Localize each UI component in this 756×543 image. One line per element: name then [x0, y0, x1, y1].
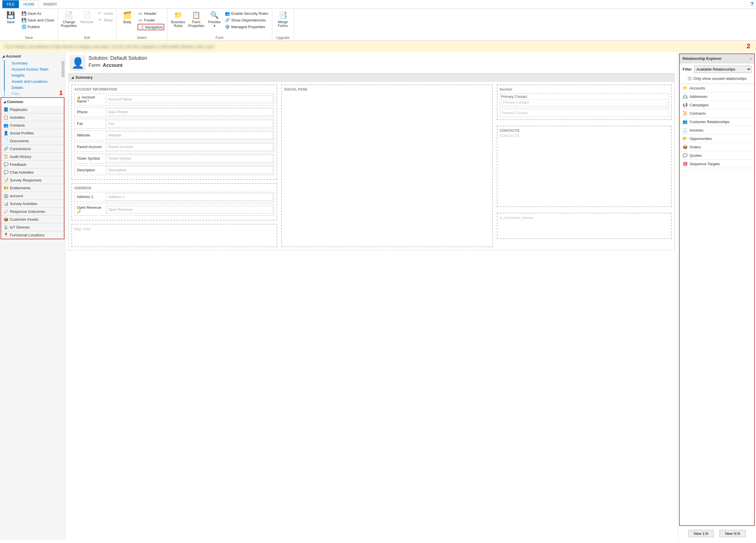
primary-contact-display[interactable]: Primary Contact [500, 109, 669, 117]
common-item-iot-devices[interactable]: 📡IoT Devices [1, 223, 64, 231]
relationship-explorer-header[interactable]: Relationship Explorer › [680, 54, 754, 63]
iv-connector-section[interactable]: iv_connector_narrow [497, 213, 672, 239]
common-item-contacts[interactable]: 👥Contacts [1, 121, 64, 129]
new-nn-button[interactable]: New N:N [719, 530, 746, 537]
common-item-chat-activities[interactable]: 💬Chat Activities [1, 168, 64, 176]
input-website[interactable]: Website [106, 131, 273, 139]
field-primary-contact[interactable]: Primary Contact Primary Contact [500, 93, 669, 107]
business-rules-button[interactable]: 📁 Business Rules [170, 10, 186, 28]
undo-button[interactable]: ↶Undo [97, 10, 113, 16]
body-button[interactable]: 🗂️ Body [120, 10, 135, 24]
input-address1[interactable]: Address 1 [106, 193, 273, 201]
common-item-documents[interactable]: 📄Documents [1, 137, 64, 145]
common-tree-header[interactable]: ◢Common [1, 98, 64, 106]
account-information-section[interactable]: ACCOUNT INFORMATION 🔒 Account Name * Acc… [71, 84, 277, 180]
common-item-survey-responses[interactable]: 📝Survey Responses [1, 176, 64, 184]
field-account-name[interactable]: 🔒 Account Name * Account Name [74, 93, 274, 105]
common-item-entitlements[interactable]: 🎫Entitlements [1, 184, 64, 192]
contacts-grid[interactable]: CONTACTS [500, 134, 669, 138]
help-icon[interactable]: ? [750, 1, 754, 7]
input-account-name[interactable]: Account Name [106, 95, 273, 103]
common-item-social-profiles[interactable]: 👤Social Profiles [1, 129, 64, 137]
common-item-survey-activities[interactable]: 📊Survey Activities [1, 200, 64, 207]
input-primary-contact[interactable]: Primary Contact [501, 99, 667, 106]
input-ticker[interactable]: Ticker Symbol [106, 155, 273, 162]
form-properties-button[interactable]: 📋 Form Properties [188, 10, 204, 28]
tab-home[interactable]: HOME [19, 0, 39, 8]
navigation-button[interactable]: 📑Navigation [138, 24, 164, 30]
tab-insert[interactable]: INSERT [39, 0, 61, 8]
relationship-item-customer-relationships[interactable]: 👥Customer Relationships [680, 118, 754, 126]
field-open-revenue[interactable]: Open Revenue🔑Open Revenue [74, 203, 274, 216]
save-button[interactable]: 💾 Save [3, 10, 19, 24]
common-item-audit-history[interactable]: 📜Audit History [1, 153, 64, 160]
redo-button[interactable]: ↷Redo [97, 17, 113, 23]
security-roles-button[interactable]: 👥Enable Security Roles [225, 10, 269, 16]
input-fax[interactable]: Fax [106, 120, 273, 127]
relationship-item-addresses[interactable]: 📇Addresses [680, 92, 754, 101]
field-ticker[interactable]: Ticker SymbolTicker Symbol [74, 154, 274, 163]
input-open-revenue[interactable]: Open Revenue [106, 206, 273, 213]
nav-link-assets-and-locations[interactable]: Assets and Locations [4, 78, 65, 84]
relationship-item-sequence-targets[interactable]: 🎯Sequence Targets [680, 160, 754, 168]
nav-link-details[interactable]: Details [4, 84, 65, 91]
primary-contact-section[interactable]: Section Primary Contact Primary Contact … [497, 84, 672, 120]
new-1n-button[interactable]: New 1:N [688, 530, 714, 537]
publish-icon: 🌐 [21, 24, 26, 29]
address-section[interactable]: ADDRESS Address 1Address 1 Open Revenue🔑… [71, 183, 277, 220]
nav-link-files[interactable]: Files [4, 91, 65, 97]
chevron-right-icon[interactable]: › [750, 56, 751, 61]
input-description[interactable]: Description [106, 166, 273, 174]
common-item-functional-locations[interactable]: 📍Functional Locations [1, 231, 64, 239]
header-button[interactable]: ▭Header [138, 10, 164, 16]
common-item-playbooks[interactable]: 📘Playbooks [1, 106, 64, 113]
nav-link-summary[interactable]: Summary [4, 60, 65, 66]
summary-tab-header[interactable]: ◢Summary [68, 73, 675, 82]
relationship-item-campaigns[interactable]: 📢Campaigns [680, 101, 754, 109]
social-pane-section[interactable]: SOCIAL PANE [281, 84, 493, 247]
show-dependencies-button[interactable]: 🔗Show Dependencies [225, 17, 269, 23]
relationship-item-quotes[interactable]: 💬Quotes [680, 151, 754, 160]
input-parent-account[interactable]: Parent Account [106, 143, 273, 151]
only-unused-checkbox-row[interactable]: Only show unused relationships [680, 75, 754, 84]
input-phone[interactable]: Main Phone [106, 108, 273, 116]
field-website[interactable]: WebsiteWebsite [74, 130, 274, 140]
relationship-item-contracts[interactable]: 📜Contracts [680, 109, 754, 118]
nav-link-account-access-team[interactable]: Account Access Team [4, 66, 65, 72]
account-tree-header[interactable]: ◢Account [0, 52, 65, 60]
field-parent-account[interactable]: Parent AccountParent Account [74, 142, 274, 152]
field-fax[interactable]: FaxFax [74, 119, 274, 129]
field-phone[interactable]: PhoneMain Phone [74, 107, 274, 117]
map-view-section[interactable]: Map View [71, 224, 277, 247]
managed-properties-button[interactable]: ⚙️Managed Properties [225, 24, 269, 30]
scrollbar-thumb[interactable] [62, 61, 64, 77]
nav-link-insights[interactable]: Insights [4, 72, 65, 78]
relationship-item-accounts[interactable]: 📁Accounts [680, 84, 754, 92]
remove-button[interactable]: 📄 Remove [79, 10, 95, 24]
relationship-item-invoices[interactable]: 🧾Invoices [680, 126, 754, 134]
common-item-connections[interactable]: 🔗Connections [1, 145, 64, 153]
common-item-customer-assets[interactable]: 📦Customer Assets [1, 215, 64, 223]
save-as-button[interactable]: 💾Save As [21, 10, 55, 16]
field-address1[interactable]: Address 1Address 1 [74, 192, 274, 202]
only-unused-label: Only show unused relationships [693, 76, 747, 81]
contacts-section[interactable]: CONTACTS CONTACTS [497, 126, 672, 207]
merge-forms-button[interactable]: 📑 Merge Forms [275, 10, 291, 28]
common-item-account[interactable]: 🏢account [1, 192, 64, 200]
relationship-item-orders[interactable]: 📦Orders [680, 143, 754, 151]
common-item-feedback[interactable]: 💬Feedback [1, 160, 64, 168]
field-description[interactable]: DescriptionDescription [74, 165, 274, 175]
relationship-item-opportunities[interactable]: 📂Opportunities [680, 134, 754, 143]
tab-file[interactable]: FILE [2, 0, 19, 8]
entity-icon: 💬 [683, 153, 687, 158]
preview-button[interactable]: 🔍 Preview▾ [207, 10, 222, 28]
filter-select[interactable]: Available Relationships [694, 66, 751, 73]
common-section: ◢Common 📘Playbooks📋Activities👥Contacts👤S… [1, 97, 64, 239]
change-properties-button[interactable]: 📄 Change Properties [61, 10, 77, 28]
common-item-response-outcomes[interactable]: 📈Response Outcomes [1, 207, 64, 215]
only-unused-checkbox[interactable] [688, 77, 692, 80]
footer-button[interactable]: ▭Footer [138, 17, 164, 23]
save-close-button[interactable]: 💾Save and Close [21, 17, 55, 23]
common-item-activities[interactable]: 📋Activities [1, 113, 64, 121]
publish-button[interactable]: 🌐Publish [21, 24, 55, 30]
